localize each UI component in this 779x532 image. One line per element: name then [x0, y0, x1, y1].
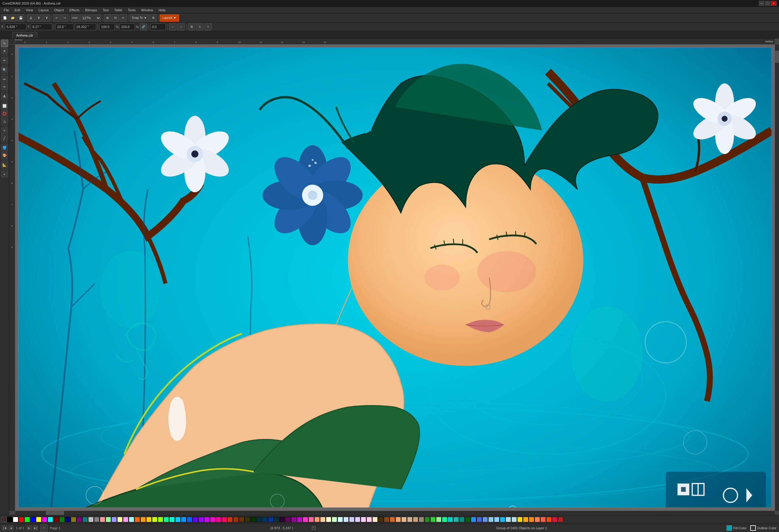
palette-swatch[interactable]	[187, 517, 192, 522]
line-tool[interactable]: ╱	[1, 135, 8, 142]
palette-swatch[interactable]	[442, 517, 447, 522]
palette-swatch[interactable]	[366, 517, 372, 522]
palette-swatch[interactable]	[285, 517, 291, 522]
palette-swatch[interactable]	[512, 517, 517, 522]
tab-antheia[interactable]: Antheia.cdr	[12, 32, 37, 38]
redo-button[interactable]: ↪	[61, 14, 68, 22]
palette-swatch[interactable]	[552, 517, 557, 522]
palette-swatch[interactable]	[280, 517, 285, 522]
palette-swatch[interactable]	[262, 517, 267, 522]
artwork-canvas[interactable]: Resa Embutin	[18, 48, 772, 508]
palette-swatch[interactable]	[88, 517, 94, 522]
palette-swatch[interactable]	[546, 517, 552, 522]
bezier-tool[interactable]: ✒	[1, 83, 8, 90]
palette-swatch[interactable]	[53, 517, 59, 522]
save-button[interactable]: 💾	[17, 14, 24, 22]
palette-swatch[interactable]	[134, 517, 140, 522]
align-btn[interactable]: ≡	[196, 23, 203, 30]
palette-swatch[interactable]	[239, 517, 244, 522]
palette-swatch[interactable]	[216, 517, 221, 522]
scrollbar-bottom[interactable]	[15, 511, 775, 515]
palette-none[interactable]	[1, 517, 7, 522]
palette-swatch[interactable]	[396, 517, 401, 522]
w-pct-input[interactable]	[100, 23, 115, 30]
palette-swatch[interactable]	[413, 517, 418, 522]
w-input[interactable]	[56, 23, 74, 30]
scrollbar-right[interactable]	[775, 45, 779, 511]
palette-swatch[interactable]	[314, 517, 320, 522]
menu-bitmaps[interactable]: Bitmaps	[83, 8, 100, 12]
palette-swatch[interactable]	[181, 517, 186, 522]
palette-swatch[interactable]	[500, 517, 505, 522]
scrollbar-thumb-h[interactable]	[46, 511, 64, 515]
palette-swatch[interactable]	[250, 517, 256, 522]
view-btn2[interactable]: ⊟	[112, 14, 119, 22]
smart-draw-tool[interactable]: ≡	[1, 127, 8, 134]
view-btn3[interactable]: ≡	[120, 14, 127, 22]
menu-view[interactable]: View	[23, 8, 36, 12]
close-button[interactable]: ✕	[771, 1, 777, 6]
node-tool[interactable]: ⊕	[1, 47, 8, 55]
palette-swatch[interactable]	[13, 517, 18, 522]
palette-swatch[interactable]	[517, 517, 523, 522]
canvas-content[interactable]: Resa Embutin	[15, 45, 775, 511]
flip-v-btn[interactable]: ↕	[177, 23, 185, 30]
palette-swatch[interactable]	[303, 517, 308, 522]
first-page-btn[interactable]: |◄	[2, 526, 7, 530]
flip-h-btn[interactable]: ↔	[169, 23, 176, 30]
palette-swatch[interactable]	[123, 517, 128, 522]
palette-swatch[interactable]	[558, 517, 563, 522]
menu-effects[interactable]: Effects	[67, 8, 82, 12]
palette-swatch[interactable]	[111, 517, 117, 522]
prev-page-btn[interactable]: ◄	[8, 526, 13, 530]
import-button[interactable]: ⬇	[35, 14, 43, 22]
palette-swatch[interactable]	[100, 517, 105, 522]
palette-swatch[interactable]	[326, 517, 332, 522]
palette-swatch[interactable]	[36, 517, 42, 522]
view-btn1[interactable]: ⊞	[104, 14, 111, 22]
last-page-btn[interactable]: ►|	[33, 526, 38, 530]
freehand-tool[interactable]: ✏	[1, 76, 8, 83]
window-controls[interactable]: — □ ✕	[759, 1, 777, 6]
palette-swatch[interactable]	[82, 517, 88, 522]
menu-object[interactable]: Object	[52, 8, 66, 12]
print-button[interactable]: 🖨	[27, 14, 35, 22]
palette-swatch[interactable]	[297, 517, 302, 522]
palette-swatch[interactable]	[378, 517, 383, 522]
open-button[interactable]: 📂	[9, 14, 16, 22]
palette-swatch[interactable]	[204, 517, 209, 522]
palette-swatch[interactable]	[332, 517, 337, 522]
palette-swatch[interactable]	[454, 517, 459, 522]
palette-swatch[interactable]	[152, 517, 158, 522]
palette-swatch[interactable]	[471, 517, 476, 522]
palette-swatch[interactable]	[482, 517, 488, 522]
palette-swatch[interactable]	[268, 517, 274, 522]
palette-swatch[interactable]	[192, 517, 198, 522]
palette-swatch[interactable]	[436, 517, 441, 522]
color-tool[interactable]: 🎨	[1, 152, 8, 159]
palette-swatch[interactable]	[308, 517, 314, 522]
menu-window[interactable]: Window	[139, 8, 156, 12]
snap-to-btn[interactable]: Snap To ▼	[130, 14, 149, 22]
palette-swatch[interactable]	[19, 517, 24, 522]
palette-swatch[interactable]	[361, 517, 366, 522]
x-input[interactable]: 5.828"	[5, 23, 26, 30]
palette-swatch[interactable]	[529, 517, 534, 522]
palette-swatch[interactable]	[30, 517, 36, 522]
palette-swatch[interactable]	[210, 517, 216, 522]
h-input[interactable]	[75, 23, 96, 30]
palette-swatch[interactable]	[24, 517, 30, 522]
palette-swatch[interactable]	[65, 517, 70, 522]
palette-swatch[interactable]	[355, 517, 360, 522]
palette-swatch[interactable]	[227, 517, 233, 522]
h-pct-input[interactable]	[120, 23, 135, 30]
palette-swatch[interactable]	[477, 517, 482, 522]
palette-swatch[interactable]	[390, 517, 395, 522]
palette-swatch[interactable]	[106, 517, 111, 522]
menu-table[interactable]: Table	[112, 8, 125, 12]
text-tool[interactable]: A	[1, 93, 8, 100]
add-page-btn[interactable]: +	[40, 524, 48, 532]
palette-swatch[interactable]	[59, 517, 65, 522]
palette-swatch[interactable]	[274, 517, 279, 522]
launch-btn[interactable]: Launch ▼	[160, 14, 179, 22]
